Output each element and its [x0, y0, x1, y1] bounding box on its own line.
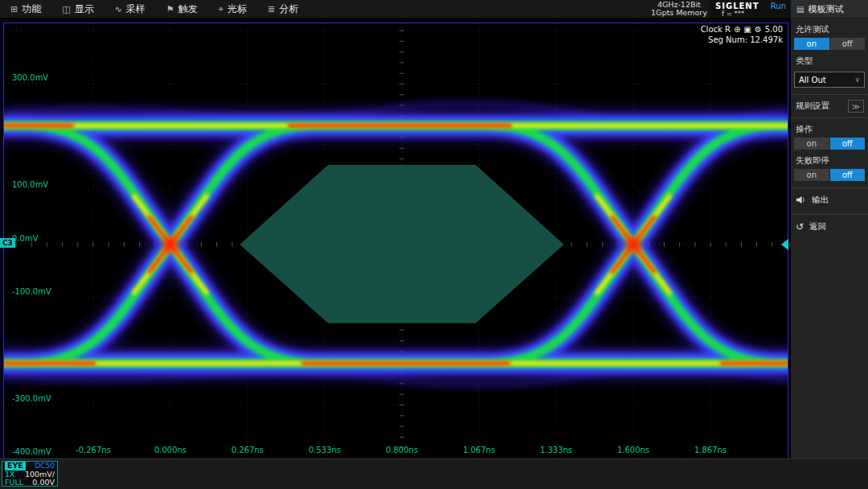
waveform-display: Clock R ⊕ ▣ ⚙ 5.00 Seg Num: 12.497k 300.…: [3, 23, 788, 459]
cursor-icon: ⌖: [219, 4, 223, 14]
trigger-icon: ⚑: [166, 4, 174, 14]
operate-toggle: on off: [794, 138, 865, 150]
segment-count: Seg Num: 12.497k: [708, 35, 783, 44]
menu-item-analysis[interactable]: ≣ 分析: [257, 0, 309, 18]
x-axis-label: -0.267ns: [76, 446, 111, 454]
function-icon: ⊞: [10, 4, 18, 14]
rule-settings-row: 规则设置 ≫: [791, 95, 868, 117]
x-axis-label: 1.867ns: [694, 446, 727, 454]
double-chevron-icon: ≫: [852, 102, 860, 111]
y-axis-label: -300.0mV: [12, 394, 51, 403]
rule-settings-label: 规则设置: [796, 101, 829, 112]
clock-recovery-value: 5.00: [765, 25, 783, 34]
eye-diagram: [4, 23, 788, 458]
stop-on-fail-toggle: on off: [794, 169, 865, 181]
list-icon: ▤: [796, 5, 804, 14]
mask-test-panel: ▤ 模板测试 允许测试 on off 类型 All Out ∨ 规则设置 ≫ 操…: [791, 0, 868, 458]
stop-on-fail-label: 失败即停: [791, 150, 868, 169]
operate-on[interactable]: on: [794, 138, 829, 150]
chevron-down-icon: ∨: [854, 76, 860, 84]
panel-header: ▤ 模板测试: [791, 0, 868, 18]
operate-off[interactable]: off: [830, 138, 866, 150]
clock-recovery-overlay: Clock R ⊕ ▣ ⚙ 5.00: [701, 25, 783, 34]
menu-item-label: 功能: [22, 2, 41, 16]
menu-item-trigger[interactable]: ⚑ 触发: [156, 0, 208, 18]
y-axis-label: 300.0mV: [12, 73, 48, 82]
run-state[interactable]: Run: [771, 2, 786, 10]
trigger-level-marker[interactable]: [781, 239, 788, 250]
menu-item-display[interactable]: ◫ 显示: [51, 0, 104, 18]
output-button[interactable]: 输出: [791, 188, 868, 212]
menu-item-label: 显示: [75, 2, 94, 16]
stop-on-fail-on[interactable]: on: [794, 169, 829, 181]
acquire-icon: ∿: [115, 4, 122, 14]
menu-item-label: 触发: [178, 2, 198, 16]
panel-title: 模板测试: [808, 3, 843, 15]
mask-type-value: All Out: [799, 76, 826, 84]
channel-c3-badge[interactable]: C3: [0, 238, 15, 248]
y-axis-label: -400.0mV: [12, 447, 51, 456]
clock-recovery-text: Clock R: [701, 25, 731, 34]
back-button[interactable]: ↺ 返回: [791, 215, 868, 239]
status-bar: EYE DC50 1X 100mV/ FULL 0.00V 时基 0.00s 2…: [0, 458, 868, 489]
operate-label: 操作: [791, 118, 868, 138]
settings-icon[interactable]: ⚙: [755, 25, 762, 34]
menu-item-label: 分析: [279, 2, 298, 16]
allow-test-label: 允许测试: [791, 18, 868, 38]
x-axis-label: 1.600ns: [617, 446, 649, 454]
pan-icon[interactable]: ⊕: [734, 25, 740, 34]
y-axis-label: 100.0mV: [12, 180, 48, 189]
back-icon: ↺: [796, 223, 804, 231]
bandwidth-info: 4GHz-12Bit 1Gpts Memory: [651, 1, 707, 17]
memory-label: 1Gpts Memory: [651, 9, 707, 17]
display-icon: ◫: [62, 4, 70, 14]
channel-offset: 0.00V: [32, 479, 55, 487]
x-axis-label: 0.800ns: [386, 446, 418, 454]
x-axis-label: 1.067ns: [463, 446, 495, 454]
menu-item-acquire[interactable]: ∿ 采样: [104, 0, 156, 18]
menu-item-label: 光标: [227, 2, 247, 16]
menu-item-function[interactable]: ⊞ 功能: [0, 0, 51, 18]
mask-type-dropdown[interactable]: All Out ∨: [794, 72, 865, 88]
x-axis-label: 0.533ns: [309, 446, 341, 454]
allow-test-toggle: on off: [794, 38, 865, 50]
y-axis-label: 0.0mV: [12, 234, 39, 243]
rule-settings-expand-button[interactable]: ≫: [848, 100, 864, 113]
y-axis-label: -100.0mV: [12, 287, 51, 296]
x-axis-label: 1.333ns: [540, 446, 572, 454]
channel-bandwidth: FULL: [5, 479, 23, 487]
channel-descriptor-box[interactable]: EYE DC50 1X 100mV/ FULL 0.00V: [2, 461, 58, 487]
menu-item-cursor[interactable]: ⌖ 光标: [208, 0, 257, 18]
output-label: 输出: [812, 195, 829, 206]
analysis-icon: ≣: [268, 4, 275, 14]
channel-mode-badge: EYE: [5, 462, 26, 471]
stop-on-fail-off[interactable]: off: [830, 169, 866, 181]
channel-coupling: DC50: [35, 462, 55, 471]
allow-test-on[interactable]: on: [794, 38, 829, 50]
menu-item-label: 采样: [126, 2, 145, 16]
back-label: 返回: [809, 221, 826, 232]
x-axis-label: 0.000ns: [154, 446, 186, 454]
snapshot-icon[interactable]: ▣: [743, 25, 751, 34]
menu-bar: ⊞ 功能 ◫ 显示 ∿ 采样 ⚑ 触发 ⌖ 光标 ≣ 分析 4GHz-12Bit…: [0, 0, 791, 18]
x-axis-label: 0.267ns: [231, 446, 264, 454]
brand-block: SIGLENT f = *** Run: [709, 0, 791, 18]
type-label: 类型: [791, 50, 868, 69]
oscilloscope-screen: ⊞ 功能 ◫ 显示 ∿ 采样 ⚑ 触发 ⌖ 光标 ≣ 分析 4GHz-12Bit…: [0, 0, 868, 489]
allow-test-off[interactable]: off: [830, 38, 866, 50]
speaker-icon: [796, 195, 806, 205]
freq-counter: f = ***: [722, 10, 744, 18]
